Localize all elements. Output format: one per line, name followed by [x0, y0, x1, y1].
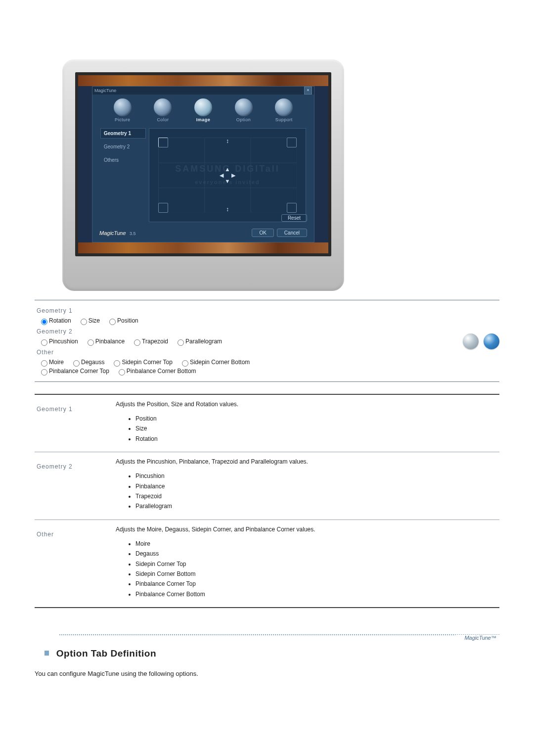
handle-bottom-right[interactable]: [287, 203, 297, 213]
section-heading: Option Tab Definition: [44, 648, 499, 659]
desc-item: Sidepin Corner Bottom: [135, 569, 496, 579]
cancel-button[interactable]: Cancel: [277, 229, 307, 237]
handle-bottom-left[interactable]: [158, 203, 168, 213]
app-title: MagicTune: [94, 87, 116, 94]
picture-icon: [114, 98, 132, 116]
desc-item: Pinbalance: [135, 481, 496, 491]
tab-picture[interactable]: Picture: [105, 98, 140, 122]
radio-trapezoid[interactable]: Trapezoid: [132, 338, 168, 345]
desc-label: Geometry 2: [35, 452, 106, 520]
desc-item: Position: [135, 414, 496, 424]
group-title: Other: [37, 349, 318, 356]
desc-item: Parallelogram: [135, 501, 496, 511]
arrow-down-icon[interactable]: ↕: [224, 206, 231, 213]
magictune-window: MagicTune × PictureColorImageOptionSuppo…: [92, 86, 314, 242]
tab-image[interactable]: Image: [186, 98, 221, 122]
group-title: Geometry 1: [37, 307, 318, 314]
monitor-figure: MagicTune × PictureColorImageOptionSuppo…: [62, 59, 344, 291]
desc-item: Trapezoid: [135, 491, 496, 501]
center-pad[interactable]: ▲ ◀▶ ▼: [219, 166, 236, 184]
radio-rotation[interactable]: Rotation: [39, 317, 71, 324]
section-subtext: You can configure MagicTune using the fo…: [35, 670, 499, 677]
desc-item: Pinbalance Corner Top: [135, 579, 496, 589]
radio-pinbalance-corner-bottom[interactable]: Pinbalance Corner Bottom: [116, 368, 196, 375]
desc-item: Moire: [135, 539, 496, 549]
desc-item: Pincushion: [135, 471, 496, 481]
magictune-logo: MagicTune: [99, 230, 126, 236]
reset-button[interactable]: Reset: [281, 214, 307, 222]
close-icon[interactable]: ×: [304, 87, 312, 94]
square-bullet-icon: [44, 651, 49, 656]
radio-size[interactable]: Size: [78, 317, 100, 324]
tab-option[interactable]: Option: [226, 98, 261, 122]
radio-degauss[interactable]: Degauss: [71, 359, 104, 366]
nav-next-icon[interactable]: [484, 333, 499, 349]
side-tab-others[interactable]: Others: [100, 155, 146, 165]
radio-moire[interactable]: Moire: [39, 359, 64, 366]
nav-prev-icon[interactable]: [463, 333, 479, 349]
radio-pinbalance[interactable]: Pinbalance: [85, 338, 125, 345]
desc-item: Rotation: [135, 434, 496, 444]
radio-position[interactable]: Position: [107, 317, 138, 324]
version-label: 3.5: [130, 231, 136, 236]
radio-pincushion[interactable]: Pincushion: [39, 338, 78, 345]
handle-top-right[interactable]: [287, 138, 297, 147]
support-icon: [275, 98, 293, 116]
radio-pinbalance-corner-top[interactable]: Pinbalance Corner Top: [39, 368, 109, 375]
magictune-mark: MagicTune™: [455, 635, 499, 641]
radio-sidepin-corner-bottom[interactable]: Sidepin Corner Bottom: [179, 359, 250, 366]
desc-label: Geometry 1: [35, 395, 106, 452]
radio-parallelogram[interactable]: Parallelogram: [175, 338, 222, 345]
tab-color[interactable]: Color: [145, 98, 180, 122]
desc-item: Degauss: [135, 549, 496, 559]
side-tab-geometry-2[interactable]: Geometry 2: [100, 142, 146, 152]
option-icon: [235, 98, 253, 116]
desc-item: Sidepin Corner Top: [135, 559, 496, 569]
desc-item: Size: [135, 424, 496, 433]
side-tab-geometry-1[interactable]: Geometry 1: [100, 128, 146, 139]
image-icon: [194, 98, 212, 116]
color-icon: [154, 98, 172, 116]
radio-sidepin-corner-top[interactable]: Sidepin Corner Top: [111, 359, 173, 366]
ok-button[interactable]: OK: [252, 229, 273, 237]
geometry-preview: SAMSUNG DIGITall everyone's invited ↕ ↕: [149, 128, 306, 222]
desc-item: Pinbalance Corner Bottom: [135, 589, 496, 599]
arrow-up-icon[interactable]: ↕: [224, 138, 231, 144]
group-title: Geometry 2: [37, 328, 318, 335]
desc-label: Other: [35, 520, 106, 607]
handle-top-left[interactable]: [158, 138, 168, 147]
tab-support[interactable]: Support: [267, 98, 301, 122]
